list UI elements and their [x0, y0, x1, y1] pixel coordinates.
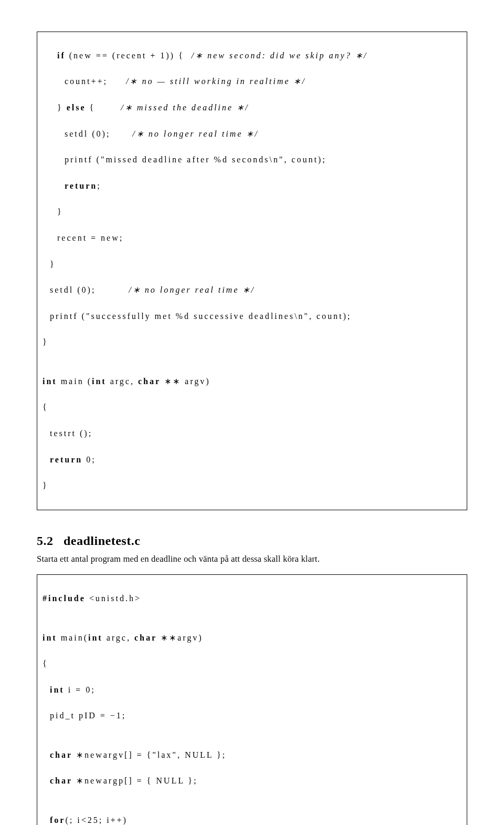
- code-line: } else { /∗ missed the deadline ∗/: [43, 101, 461, 115]
- code-line: if (new == (recent + 1)) { /∗ new second…: [43, 49, 461, 63]
- code-line: printf ("missed deadline after %d second…: [43, 153, 461, 167]
- section-paragraph: Starta ett antal program med en deadline…: [37, 553, 467, 565]
- code-line: return;: [43, 180, 461, 193]
- code-line: }: [43, 479, 461, 492]
- code-line: recent = new;: [43, 232, 461, 245]
- code-line: }: [43, 258, 461, 271]
- code-line: int i = 0;: [43, 684, 461, 697]
- code-line: pid_t pID = −1;: [43, 709, 461, 723]
- section-heading: 5.2 deadlinetest.c: [37, 532, 467, 549]
- code-line: {: [43, 401, 461, 414]
- code-listing-top: if (new == (recent + 1)) { /∗ new second…: [37, 32, 467, 510]
- code-line: setdl (0); /∗ no longer real time ∗/: [43, 128, 461, 141]
- code-line: testrt ();: [43, 427, 461, 440]
- code-line: return 0;: [43, 453, 461, 467]
- code-line: for(; i<25; i++): [43, 814, 461, 825]
- section-number: 5.2: [37, 534, 54, 548]
- code-line: char ∗newargp[] = { NULL };: [43, 775, 461, 788]
- code-listing-bottom: #include <unistd.h> int main(int argc, c…: [37, 574, 467, 825]
- code-line: }: [43, 336, 461, 349]
- code-line: int main (int argc, char ∗∗ argv): [43, 375, 461, 388]
- code-line: int main(int argc, char ∗∗argv): [43, 632, 461, 645]
- code-line: char ∗newargv[] = {"lax", NULL };: [43, 749, 461, 762]
- code-line: printf ("successfully met %d successive …: [43, 310, 461, 323]
- code-line: #include <unistd.h>: [43, 592, 461, 605]
- section-title: deadlinetest.c: [64, 534, 140, 548]
- code-line: count++; /∗ no — still working in realti…: [43, 75, 461, 88]
- code-line: }: [43, 205, 461, 219]
- code-line: {: [43, 657, 461, 671]
- code-line: setdl (0); /∗ no longer real time ∗/: [43, 284, 461, 297]
